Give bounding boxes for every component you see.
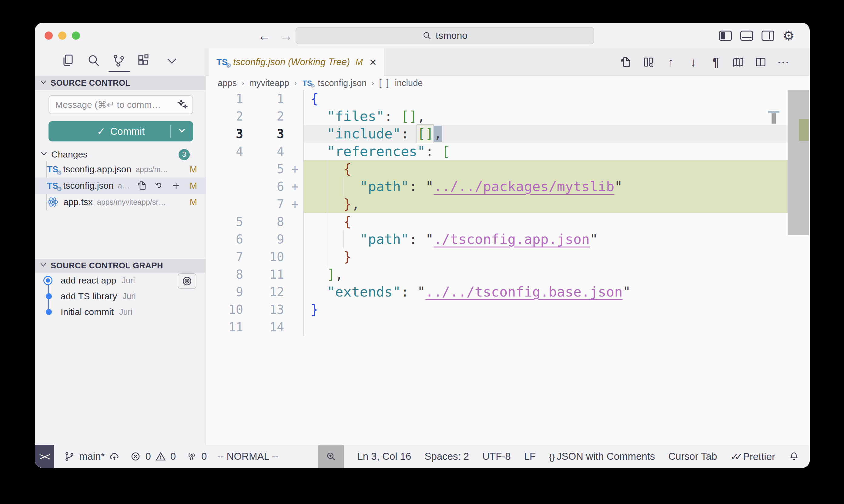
- sparkle-ai-icon[interactable]: [177, 98, 192, 111]
- breadcrumb-tsconfig[interactable]: tsconfig.json: [318, 78, 366, 88]
- indent-guide: [327, 195, 327, 213]
- code-line: 44 "references": [: [206, 143, 788, 160]
- problems-status[interactable]: 0 0: [130, 451, 176, 462]
- indentation-status[interactable]: Spaces: 2: [425, 451, 469, 462]
- eol-status[interactable]: LF: [524, 451, 536, 462]
- stage-changes-icon[interactable]: [171, 181, 181, 191]
- breadcrumb-apps[interactable]: apps: [218, 78, 237, 88]
- source-control-icon[interactable]: [111, 53, 126, 68]
- navigate-back-icon[interactable]: ←: [258, 28, 271, 43]
- vim-mode-indicator[interactable]: -- NORMAL --: [217, 451, 278, 462]
- chevron-down-icon[interactable]: [165, 53, 179, 68]
- code-line-content[interactable]: [303, 318, 788, 336]
- branch-status[interactable]: main*: [64, 451, 120, 462]
- search-icon[interactable]: [86, 53, 101, 68]
- code-line-content[interactable]: "include": [],: [303, 125, 788, 143]
- line-col-status[interactable]: Ln 3, Col 16: [357, 451, 411, 462]
- code-line-content[interactable]: {: [303, 160, 788, 178]
- settings-gear-icon[interactable]: ⚙: [783, 29, 795, 42]
- command-center-search[interactable]: tsmono: [296, 27, 594, 44]
- code-line-content[interactable]: "extends": "../../tsconfig.base.json": [303, 283, 788, 301]
- extensions-icon[interactable]: [136, 53, 151, 68]
- modified-badge: M: [190, 197, 197, 207]
- breadcrumb-myviteapp[interactable]: myviteapp: [249, 78, 289, 88]
- code-line-content[interactable]: ],: [303, 266, 788, 283]
- zoom-window-button[interactable]: [72, 32, 80, 40]
- search-icon: [422, 31, 432, 41]
- checkout-target-button[interactable]: [178, 273, 196, 289]
- commit-row[interactable]: Initial commitJuri: [35, 304, 206, 320]
- commit-graph-list: add react appJuriadd TS libraryJuriIniti…: [35, 273, 206, 320]
- line-number-modified: 5: [248, 160, 290, 178]
- code-line: 1114: [206, 318, 788, 336]
- formatter-status[interactable]: ✓✓Prettier: [730, 451, 775, 463]
- previous-change-icon[interactable]: ↑: [664, 55, 677, 69]
- close-tab-icon[interactable]: ×: [369, 55, 377, 69]
- commit-message: add react app: [61, 275, 116, 286]
- search-value: tsmono: [436, 30, 467, 41]
- zoom-in-icon: [326, 451, 337, 462]
- code-line-content[interactable]: }: [303, 248, 788, 266]
- minimize-window-button[interactable]: [58, 32, 66, 40]
- notifications-bell-icon[interactable]: [789, 451, 799, 462]
- explorer-icon[interactable]: [61, 53, 75, 68]
- navigate-forward-icon[interactable]: →: [279, 28, 293, 43]
- map-icon[interactable]: [731, 55, 745, 69]
- changes-header[interactable]: Changes 3: [35, 148, 206, 161]
- toggle-secondary-sidebar-icon[interactable]: [761, 31, 774, 41]
- split-editor-icon[interactable]: [754, 55, 767, 69]
- code-line-content[interactable]: {: [303, 213, 788, 231]
- section-title: SOURCE CONTROL GRAPH: [51, 261, 163, 270]
- more-actions-icon[interactable]: ⋯: [776, 55, 790, 69]
- tab-tsconfig-working-tree[interactable]: TS⚙ tsconfig.json (Working Tree) M ×: [209, 49, 384, 76]
- code-line: 58 {: [206, 213, 788, 231]
- source-control-graph-header[interactable]: SOURCE CONTROL GRAPH: [35, 259, 206, 273]
- commit-message-input[interactable]: [49, 100, 177, 110]
- cursor-tab-status[interactable]: Cursor Tab: [669, 451, 717, 462]
- open-file-icon[interactable]: [137, 181, 147, 191]
- code-line-content[interactable]: "path": "../../packages/mytslib": [303, 178, 788, 195]
- commit-button[interactable]: ✓ Commit: [49, 121, 193, 141]
- commit-dropdown-icon[interactable]: [177, 125, 187, 138]
- encoding-status[interactable]: UTF-8: [482, 451, 511, 462]
- tab-title: tsconfig.json (Working Tree): [233, 57, 350, 68]
- open-file-icon[interactable]: [619, 55, 633, 69]
- code-line-content[interactable]: {: [303, 90, 788, 108]
- line-number-original: [206, 160, 248, 178]
- code-line-content[interactable]: "references": [: [303, 143, 788, 160]
- change-row-tsconfig.json[interactable]: TS⚙tsconfig.jsona…M: [35, 178, 206, 194]
- remote-indicator[interactable]: ><: [35, 445, 54, 468]
- diff-added-marker: [290, 143, 303, 160]
- commit-row[interactable]: add react appJuri: [35, 273, 206, 288]
- breadcrumb-separator: ›: [242, 78, 244, 88]
- commit-row[interactable]: add TS libraryJuri: [35, 288, 206, 304]
- line-number-modified: 13: [248, 301, 290, 318]
- code-editor[interactable]: 11{22 "files": [],33 "include": [],44 "r…: [206, 90, 810, 445]
- code-line-content[interactable]: "path": "./tsconfig.app.json": [303, 231, 788, 248]
- code-line-content[interactable]: },: [303, 195, 788, 213]
- close-window-button[interactable]: [45, 32, 53, 40]
- active-view-indicator: [108, 71, 130, 72]
- toggle-primary-sidebar-icon[interactable]: [719, 31, 732, 41]
- toggle-panel-icon[interactable]: [740, 31, 753, 41]
- file-name: tsconfig.app.json: [63, 164, 131, 175]
- source-control-section-header[interactable]: SOURCE CONTROL: [35, 76, 206, 90]
- change-row-tsconfig.app.json[interactable]: TS⚙tsconfig.app.jsonapps/m…M: [35, 161, 206, 178]
- broadcast-status[interactable]: 0: [186, 451, 207, 462]
- render-whitespace-icon[interactable]: ¶: [709, 55, 722, 69]
- git-branch-icon: [64, 451, 75, 462]
- vertical-scrollbar[interactable]: [788, 90, 809, 235]
- zoom-indicator[interactable]: [318, 445, 344, 468]
- code-line-content[interactable]: }: [303, 301, 788, 318]
- line-number-original: 8: [206, 266, 248, 283]
- toggle-inline-view-icon[interactable]: [642, 55, 655, 69]
- indent-guide: [327, 248, 327, 266]
- breadcrumb-include[interactable]: include: [395, 78, 423, 88]
- code-line-content[interactable]: "files": [],: [303, 108, 788, 125]
- error-icon: [130, 451, 141, 462]
- discard-changes-icon[interactable]: [154, 181, 164, 191]
- change-row-app.tsx[interactable]: app.tsxapps/myviteapp/sr…M: [35, 194, 206, 210]
- next-change-icon[interactable]: ↓: [687, 55, 700, 69]
- language-mode-status[interactable]: {}JSON with Comments: [549, 451, 655, 462]
- commit-message-box: [49, 95, 193, 114]
